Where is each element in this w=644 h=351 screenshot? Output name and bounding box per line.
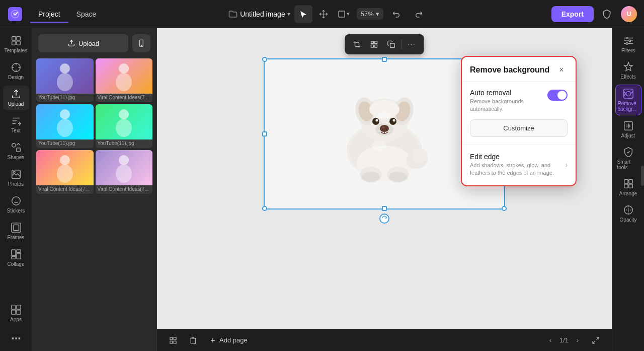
canvas-wrapper: Page 1 ···: [157, 28, 612, 351]
tab-project[interactable]: Project: [30, 6, 68, 22]
sidebar-item-shapes[interactable]: Shapes: [3, 139, 29, 164]
sidebar-item-photos[interactable]: Photos: [3, 166, 29, 190]
svg-rect-21: [16, 310, 20, 314]
handle-bl[interactable]: [262, 206, 267, 211]
sidebar-item-collage[interactable]: Collage: [3, 246, 29, 270]
panel-scroll: YouTube(11).jpg Viral Content Ideas(7...…: [32, 58, 156, 351]
handle-ml[interactable]: [262, 131, 267, 136]
sidebar-item-templates[interactable]: Templates: [3, 32, 29, 57]
rbg-title: Remove background: [470, 65, 549, 75]
grid-view-button[interactable]: [165, 332, 181, 348]
handle-tm[interactable]: [382, 57, 387, 62]
svg-rect-8: [16, 148, 20, 152]
layout-button[interactable]: [366, 36, 382, 52]
undo-button[interactable]: [387, 5, 406, 23]
thumb-img-1: [36, 58, 94, 94]
add-page-label: Add page: [219, 336, 248, 344]
auto-removal-toggle[interactable]: [547, 90, 568, 101]
thumb-item[interactable]: Viral Content Ideas(7...: [36, 150, 94, 194]
rt-item-opacity[interactable]: Opacity: [615, 201, 641, 226]
thumb-label-6: Viral Content Ideas(7...: [96, 185, 153, 194]
topbar-tabs: Project Space: [30, 6, 104, 22]
more-button[interactable]: ···: [404, 36, 420, 52]
svg-point-34: [116, 119, 132, 137]
page-prev-button[interactable]: ‹: [544, 334, 556, 346]
copy-button[interactable]: [383, 36, 399, 52]
sidebar-item-more[interactable]: [3, 330, 29, 347]
move-tool[interactable]: [314, 5, 333, 23]
customize-button[interactable]: Customize: [470, 119, 568, 137]
thumb-label-3: YouTube(11).jpg: [36, 139, 94, 148]
sidebar-item-shapes-label: Shapes: [8, 155, 25, 161]
svg-point-36: [57, 165, 73, 183]
redo-button[interactable]: [410, 5, 428, 23]
toolbar-divider: [401, 39, 402, 49]
rt-item-smart-tools[interactable]: Smart tools: [615, 144, 641, 173]
rt-item-arrange[interactable]: Arrange: [615, 175, 641, 199]
rbg-body: Auto removal Remove backgrounds automati…: [462, 82, 576, 185]
edit-edge-row[interactable]: Edit edge Add shadows, strokes, glow, an…: [470, 152, 568, 178]
svg-point-55: [393, 119, 395, 121]
sidebar-item-stickers[interactable]: Stickers: [3, 192, 29, 217]
frame-tool[interactable]: ▾: [335, 5, 353, 23]
svg-rect-17: [11, 257, 15, 259]
svg-rect-41: [371, 45, 374, 47]
svg-rect-86: [624, 180, 627, 183]
thumb-item[interactable]: Viral Content Ideas(7...: [96, 58, 153, 102]
mobile-button[interactable]: [132, 34, 150, 52]
tab-space[interactable]: Space: [68, 6, 105, 22]
svg-point-7: [12, 144, 15, 147]
topbar-right: Export U: [551, 5, 638, 23]
svg-point-72: [626, 37, 628, 39]
svg-rect-42: [375, 45, 377, 47]
add-page-button[interactable]: Add page: [205, 334, 252, 346]
logo[interactable]: [6, 5, 24, 23]
export-button[interactable]: Export: [551, 6, 594, 22]
handle-tl[interactable]: [262, 57, 267, 62]
file-dropdown-icon: ▾: [287, 11, 290, 18]
rt-item-filters[interactable]: Filters: [615, 32, 641, 56]
svg-point-11: [12, 197, 20, 205]
rt-item-remove-bg[interactable]: Remove backgr...: [615, 85, 641, 115]
sidebar-item-frames[interactable]: Frames: [3, 219, 29, 244]
page-next-button[interactable]: ›: [572, 334, 584, 346]
rbg-close-button[interactable]: ×: [555, 64, 568, 76]
bottom-right: ‹ 1/1 ›: [544, 332, 604, 348]
delete-button[interactable]: [185, 332, 201, 348]
svg-point-35: [60, 155, 70, 165]
svg-rect-1: [339, 11, 345, 17]
expand-button[interactable]: [588, 332, 604, 348]
sidebar-item-design[interactable]: Design: [3, 59, 29, 84]
avatar[interactable]: U: [620, 5, 638, 23]
zoom-control[interactable]: 57% ▾: [357, 8, 383, 20]
crop-button[interactable]: [349, 36, 365, 52]
thumb-item[interactable]: YouTube(11).jpg: [96, 104, 153, 148]
right-toolbar: Filters Effects Remove backgr... Adjust …: [612, 28, 644, 351]
canvas-area[interactable]: Page 1 ···: [157, 28, 612, 329]
thumb-label-1: YouTube(11).jpg: [36, 94, 94, 102]
svg-rect-15: [16, 250, 20, 253]
file-title-area[interactable]: Untitled image ▾: [228, 9, 290, 19]
sidebar-item-design-label: Design: [8, 75, 24, 81]
rt-smart-tools-label: Smart tools: [617, 159, 639, 170]
thumb-img-3: [36, 104, 94, 139]
sidebar-item-upload[interactable]: Upload: [3, 86, 29, 110]
thumb-img-6: [96, 150, 153, 185]
thumb-item[interactable]: Viral Content Ideas(7...: [96, 150, 153, 194]
select-tool[interactable]: [294, 5, 312, 23]
thumb-item[interactable]: YouTube(11).jpg: [36, 58, 94, 102]
shield-button[interactable]: [598, 5, 616, 23]
rt-item-adjust[interactable]: Adjust: [615, 117, 641, 142]
sidebar-item-apps[interactable]: Apps: [3, 301, 29, 326]
thumbnail-grid: YouTube(11).jpg Viral Content Ideas(7...…: [32, 58, 156, 198]
svg-rect-3: [16, 37, 20, 40]
sidebar-item-text[interactable]: Text: [3, 112, 29, 137]
svg-point-27: [60, 63, 70, 74]
handle-bm[interactable]: [382, 206, 387, 211]
handle-br[interactable]: [502, 206, 507, 211]
rt-item-effects[interactable]: Effects: [615, 58, 641, 83]
upload-button[interactable]: Upload: [38, 34, 128, 52]
rotate-handle[interactable]: [379, 214, 389, 224]
thumb-item[interactable]: YouTube(11).jpg: [36, 104, 94, 148]
svg-point-74: [626, 43, 628, 45]
